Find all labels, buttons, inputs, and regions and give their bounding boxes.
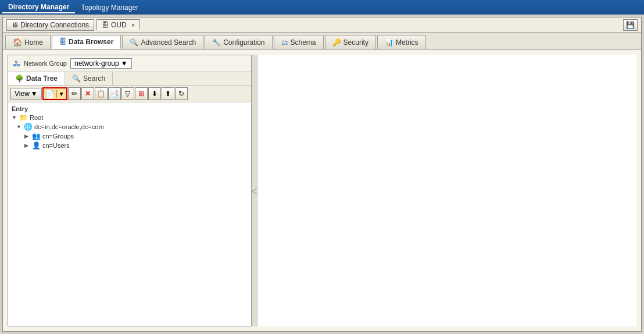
network-group-dropdown[interactable]: network-group ▼ bbox=[70, 58, 132, 69]
tab-advanced-search[interactable]: 🔍 Advanced Search bbox=[122, 35, 203, 49]
configuration-icon: 🔧 bbox=[212, 38, 221, 47]
tab-topology-manager[interactable]: Topology Manager bbox=[75, 2, 144, 13]
tree-toolbar: View ▼ 📄 ▼ ✏ ✕ 📋 📑 bbox=[8, 86, 251, 102]
data-tree-icon: 🌳 bbox=[15, 74, 24, 83]
filter-icon: ▽ bbox=[125, 90, 130, 98]
main-window: 🖥 Directory Connections 🗄 OUD × 💾 🏠 Home… bbox=[2, 17, 642, 332]
duplicate-icon: 📑 bbox=[110, 90, 119, 98]
panel-splitter[interactable]: ◁ bbox=[252, 55, 257, 326]
network-group-bar: 🖧 Network Group network-group ▼ bbox=[8, 55, 251, 72]
tab-home[interactable]: 🏠 Home bbox=[5, 35, 51, 49]
clear-filter-button[interactable]: ⊠ bbox=[135, 87, 148, 100]
refresh-button[interactable]: ↻ bbox=[175, 87, 188, 100]
duplicate-button[interactable]: 📑 bbox=[108, 87, 121, 100]
new-entry-dropdown-arrow[interactable]: ▼ bbox=[56, 90, 66, 98]
network-group-icon: 🖧 bbox=[13, 59, 20, 68]
title-bar: Directory Manager Topology Manager bbox=[0, 0, 644, 15]
edit-button[interactable]: ✏ bbox=[68, 87, 81, 100]
tab-data-browser[interactable]: 🗄 Data Browser bbox=[52, 35, 121, 49]
network-group-dropdown-arrow: ▼ bbox=[121, 59, 128, 67]
clear-filter-icon: ⊠ bbox=[138, 90, 144, 98]
tab-security[interactable]: 🔑 Security bbox=[325, 35, 376, 49]
tree-node-root[interactable]: ▼ 📁 Root bbox=[12, 113, 248, 122]
new-entry-icon: 📄 bbox=[44, 89, 56, 99]
tree-node-cn-users[interactable]: ▶ 👤 cn=Users bbox=[24, 141, 248, 150]
cn-users-icon: 👤 bbox=[32, 141, 41, 150]
search-tab-icon: 🔍 bbox=[72, 74, 81, 83]
dir-conn-icon: 🖥 bbox=[12, 21, 19, 29]
network-group-label: Network Group bbox=[24, 60, 67, 67]
filter-button[interactable]: ▽ bbox=[121, 87, 134, 100]
delete-icon: ✕ bbox=[85, 90, 91, 98]
tab-schema[interactable]: 🗂 Schema bbox=[274, 35, 324, 49]
dc-oracle-icon: 🌐 bbox=[24, 123, 33, 131]
import-button[interactable]: ⬆ bbox=[162, 87, 174, 100]
directory-connections-button[interactable]: 🖥 Directory Connections bbox=[6, 19, 94, 31]
save-icon: 💾 bbox=[626, 21, 635, 29]
nav-tabs: 🏠 Home 🗄 Data Browser 🔍 Advanced Search … bbox=[3, 33, 641, 50]
oud-icon: 🗄 bbox=[102, 21, 109, 29]
view-dropdown-arrow: ▼ bbox=[31, 90, 38, 98]
home-icon: 🏠 bbox=[13, 38, 22, 47]
delete-button[interactable]: ✕ bbox=[81, 87, 94, 100]
tree-node-cn-groups[interactable]: ▶ 👥 cn=Groups bbox=[24, 132, 248, 141]
new-entry-button[interactable]: 📄 ▼ bbox=[42, 87, 67, 100]
cn-groups-chevron: ▶ bbox=[24, 133, 30, 139]
oud-close-btn[interactable]: × bbox=[131, 22, 135, 29]
tree-node-dc-oracle[interactable]: ▼ 🌐 dc=in,dc=oracle,dc=com bbox=[16, 122, 248, 132]
export-icon: ⬇ bbox=[152, 90, 158, 98]
import-icon: ⬆ bbox=[165, 90, 171, 98]
copy-button[interactable]: 📋 bbox=[95, 87, 108, 100]
tab-directory-manager[interactable]: Directory Manager bbox=[2, 2, 75, 13]
cn-users-chevron: ▶ bbox=[24, 143, 30, 148]
save-layout-button[interactable]: 💾 bbox=[623, 19, 638, 31]
refresh-icon: ↻ bbox=[178, 90, 184, 98]
tab-configuration[interactable]: 🔧 Configuration bbox=[205, 35, 272, 49]
left-panel: 🖧 Network Group network-group ▼ 🌳 Data T… bbox=[8, 55, 252, 326]
sub-tab-data-tree[interactable]: 🌳 Data Tree bbox=[8, 72, 65, 85]
dc-oracle-chevron: ▼ bbox=[16, 124, 22, 130]
tab-metrics[interactable]: 📊 Metrics bbox=[377, 35, 426, 49]
security-icon: 🔑 bbox=[332, 38, 341, 47]
data-browser-icon: 🗄 bbox=[59, 38, 66, 46]
copy-icon: 📋 bbox=[96, 90, 105, 98]
dir-connections-bar: 🖥 Directory Connections 🗄 OUD × 💾 bbox=[3, 17, 641, 33]
export-button[interactable]: ⬇ bbox=[148, 87, 161, 100]
tree-entry-label: Entry bbox=[12, 105, 248, 113]
advanced-search-icon: 🔍 bbox=[130, 38, 138, 47]
root-chevron: ▼ bbox=[12, 115, 17, 120]
content-area: 🖧 Network Group network-group ▼ 🌳 Data T… bbox=[3, 50, 641, 331]
oud-tab[interactable]: 🗄 OUD × bbox=[96, 19, 140, 30]
root-icon: 📁 bbox=[19, 113, 28, 122]
tree-area: Entry ▼ 📁 Root ▼ 🌐 dc=in,dc=oracle,dc=co… bbox=[8, 102, 251, 326]
cn-groups-icon: 👥 bbox=[32, 132, 41, 140]
right-panel bbox=[257, 55, 636, 326]
sub-tab-search[interactable]: 🔍 Search bbox=[65, 72, 113, 85]
view-button[interactable]: View ▼ bbox=[10, 88, 42, 100]
sub-tabs: 🌳 Data Tree 🔍 Search bbox=[8, 72, 251, 86]
metrics-icon: 📊 bbox=[385, 38, 393, 47]
edit-icon: ✏ bbox=[71, 90, 77, 98]
schema-icon: 🗂 bbox=[281, 38, 288, 47]
